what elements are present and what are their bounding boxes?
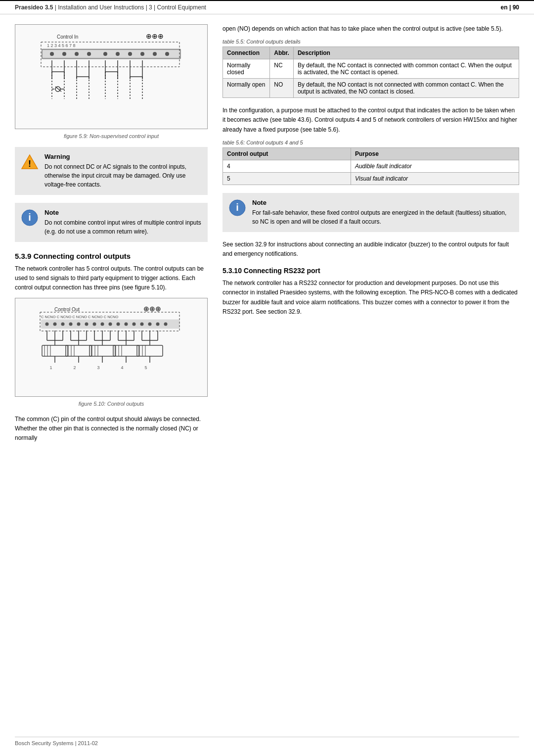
svg-point-5 bbox=[50, 52, 54, 56]
para-middle: In the configuration, a purpose must be … bbox=[222, 106, 519, 135]
table-55-row1-abbr: NC bbox=[270, 59, 294, 79]
svg-point-10 bbox=[116, 52, 120, 56]
control-output-svg: Control Out ⊕⊕⊕ C NCNO C NCNO C NCNO C N… bbox=[27, 303, 195, 378]
svg-text:5: 5 bbox=[144, 365, 147, 370]
svg-text:⊕⊕⊕: ⊕⊕⊕ bbox=[143, 305, 161, 313]
svg-point-51 bbox=[69, 322, 73, 326]
table-55-row2-connection: Normally open bbox=[223, 79, 270, 98]
svg-rect-109 bbox=[137, 345, 163, 356]
table-56-row1-output: 4 bbox=[223, 160, 351, 172]
svg-point-59 bbox=[133, 322, 136, 326]
section-539-para1: The network controller has 5 control out… bbox=[15, 264, 208, 293]
svg-point-12 bbox=[140, 52, 144, 56]
table-56-row1-purpose: Audible fault indicator bbox=[351, 160, 519, 172]
header-section: 3 | Control Equipment bbox=[149, 4, 206, 11]
svg-text:C NCNO C NCNO C NCNO C NCNO C : C NCNO C NCNO C NCNO C NCNO C NCNO bbox=[41, 315, 118, 319]
note-2-content: Note For fail-safe behavior, these fixed… bbox=[252, 199, 513, 226]
table-56-header-purpose: Purpose bbox=[351, 147, 519, 160]
header-product: Praesideo 3.5 bbox=[15, 4, 53, 11]
svg-point-14 bbox=[165, 52, 169, 56]
note-1-title: Note bbox=[44, 209, 202, 216]
svg-point-7 bbox=[75, 52, 79, 56]
svg-point-55 bbox=[101, 322, 104, 326]
section-539-heading: 5.3.9 Connecting control outputs bbox=[15, 252, 208, 260]
svg-point-13 bbox=[153, 52, 157, 56]
warning-text: Do not connect DC or AC signals to the c… bbox=[44, 162, 202, 189]
table-row: 4 Audible fault indicator bbox=[223, 160, 519, 172]
para-top: open (NO) depends on which action that h… bbox=[222, 24, 519, 34]
svg-text:3: 3 bbox=[97, 365, 99, 370]
figure-5-10-caption: figure 5.10: Control outputs bbox=[15, 401, 208, 407]
note-box-1: i Note Do not combine control input wire… bbox=[15, 203, 208, 242]
warning-title: Warning bbox=[44, 153, 202, 160]
section-539-para2: The common (C) pin of the control output… bbox=[15, 415, 208, 443]
warning-icon: ! bbox=[21, 153, 39, 171]
content-area: Control In ⊕⊕⊕ 1 2 3 4 5 6 7 8 bbox=[0, 24, 534, 448]
note-1-text: Do not combine control input wires of mu… bbox=[44, 218, 202, 236]
svg-point-49 bbox=[53, 322, 57, 326]
note-icon-1: i bbox=[21, 209, 39, 227]
right-column: open (NO) depends on which action that h… bbox=[222, 24, 519, 448]
table-55-header-abbr: Abbr. bbox=[270, 47, 294, 59]
svg-rect-79 bbox=[66, 345, 91, 356]
note-1-content: Note Do not combine control input wires … bbox=[44, 209, 202, 236]
note-2-text: For fail-safe behavior, these fixed cont… bbox=[252, 208, 513, 226]
svg-text:1: 1 bbox=[49, 365, 52, 370]
svg-point-53 bbox=[85, 322, 89, 326]
table-55-row2-abbr: NO bbox=[270, 79, 294, 98]
para-after-note: See section 32.9 for instructions about … bbox=[222, 240, 519, 259]
svg-point-56 bbox=[109, 322, 112, 326]
svg-point-60 bbox=[140, 322, 144, 326]
warning-box: ! Warning Do not connect DC or AC signal… bbox=[15, 147, 208, 195]
svg-rect-99 bbox=[113, 345, 139, 356]
header-page: en | 90 bbox=[501, 4, 519, 11]
svg-point-58 bbox=[125, 322, 128, 326]
svg-rect-69 bbox=[42, 345, 68, 356]
table-55-row1-description: By default, the NC contact is connected … bbox=[293, 59, 519, 79]
page-container: Praesideo 3.5 | Installation and User In… bbox=[0, 0, 534, 756]
page-footer: Bosch Security Systems | 2011-02 bbox=[15, 737, 519, 746]
svg-text:⊕⊕⊕: ⊕⊕⊕ bbox=[146, 32, 164, 40]
note-icon-2: i bbox=[228, 199, 246, 217]
left-column: Control In ⊕⊕⊕ 1 2 3 4 5 6 7 8 bbox=[15, 24, 208, 448]
footer-text: Bosch Security Systems | 2011-02 bbox=[15, 740, 98, 746]
svg-point-57 bbox=[117, 322, 120, 326]
note-2-title: Note bbox=[252, 199, 513, 206]
svg-text:1  2  3  4    5  6  7  8: 1 2 3 4 5 6 7 8 bbox=[47, 43, 76, 48]
table-row: Normally closed NC By default, the NC co… bbox=[223, 59, 519, 79]
table-row: 5 Visual fault indicator bbox=[223, 172, 519, 185]
figure-5-10-diagram: Control Out ⊕⊕⊕ C NCNO C NCNO C NCNO C N… bbox=[15, 298, 208, 397]
table-55-header-description: Description bbox=[293, 47, 519, 59]
section-5310-heading: 5.3.10 Connecting RS232 port bbox=[222, 267, 519, 275]
warning-content: Warning Do not connect DC or AC signals … bbox=[44, 153, 202, 189]
table-56-header-control-output: Control output bbox=[223, 147, 351, 160]
svg-text:2: 2 bbox=[73, 365, 76, 370]
svg-text:!: ! bbox=[28, 159, 31, 169]
svg-point-52 bbox=[77, 322, 81, 326]
table-56: Control output Purpose 4 Audible fault i… bbox=[222, 147, 519, 185]
note-box-2: i Note For fail-safe behavior, these fix… bbox=[222, 193, 519, 232]
svg-point-48 bbox=[45, 322, 49, 326]
section-5310-para: The network controller has a RS232 conne… bbox=[222, 279, 519, 317]
table-56-row2-output: 5 bbox=[223, 172, 351, 185]
svg-text:i: i bbox=[28, 212, 31, 223]
svg-text:Control In: Control In bbox=[57, 34, 78, 40]
figure-5-9-caption: figure 5.9: Non-supervised control input bbox=[15, 133, 208, 139]
svg-text:Control Out: Control Out bbox=[54, 307, 80, 312]
table-55-row2-description: By default, the NO contact is not connec… bbox=[293, 79, 519, 98]
page-header: Praesideo 3.5 | Installation and User In… bbox=[0, 0, 534, 14]
table-55-caption: table 5.5: Control outputs details bbox=[222, 39, 519, 45]
table-row: Normally open NO By default, the NO cont… bbox=[223, 79, 519, 98]
table-56-row2-purpose: Visual fault indicator bbox=[351, 172, 519, 185]
control-input-svg: Control In ⊕⊕⊕ 1 2 3 4 5 6 7 8 bbox=[27, 30, 195, 124]
svg-point-54 bbox=[93, 322, 96, 326]
svg-point-62 bbox=[156, 322, 160, 326]
svg-point-8 bbox=[87, 52, 91, 56]
svg-text:i: i bbox=[236, 202, 239, 213]
svg-text:4: 4 bbox=[121, 365, 123, 370]
svg-rect-89 bbox=[89, 345, 115, 356]
svg-point-9 bbox=[103, 52, 107, 56]
table-55-row1-connection: Normally closed bbox=[223, 59, 270, 79]
svg-point-11 bbox=[128, 52, 132, 56]
header-subtitle: Installation and User Instructions bbox=[58, 4, 144, 11]
